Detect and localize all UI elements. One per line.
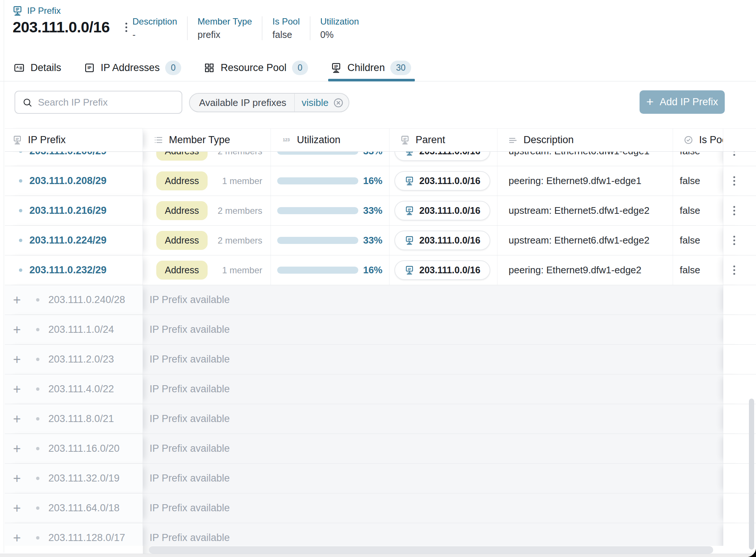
utilization-bar [277, 267, 358, 274]
parent-prefix-label: 203.111.0.0/16 [419, 205, 480, 216]
filter-chip-value: visible [295, 97, 333, 109]
parent-cell: IP203.111.0.0/16 [390, 196, 497, 225]
expand-plus-icon[interactable]: + [13, 383, 26, 396]
expand-plus-icon[interactable]: + [13, 531, 26, 545]
meta-utilization: Utilization 0% [310, 16, 369, 40]
title-kebab-menu-icon[interactable] [123, 20, 129, 34]
svg-text:123: 123 [283, 138, 290, 142]
tab-ip-addresses[interactable]: IP IP Addresses 0 [84, 54, 181, 81]
parent-prefix-pill[interactable]: IP203.111.0.0/16 [394, 231, 490, 250]
tab-badge: 0 [292, 61, 308, 75]
ip-prefix-cell: 203.111.0.216/29 [5, 196, 143, 225]
available-prefix-row: +203.111.16.0/20IP Prefix available [5, 434, 756, 464]
row-kebab-menu-icon[interactable] [730, 233, 738, 248]
ip-prefix-icon: IP [404, 265, 414, 275]
available-prefix-row: +203.111.1.0/24IP Prefix available [5, 315, 756, 345]
horizontal-scrollbar-thumb[interactable] [149, 546, 713, 554]
search-box[interactable] [15, 91, 182, 114]
is-pool-cell: false [673, 196, 723, 225]
tab-resource-pool[interactable]: Resource Pool 0 [204, 54, 308, 81]
svg-text:IP: IP [403, 137, 407, 141]
add-ip-prefix-button[interactable]: + Add IP Prefix [640, 90, 725, 114]
available-prefix-label: 203.111.64.0/18 [48, 502, 119, 514]
ip-prefix-cell: +203.111.1.0/24 [5, 315, 143, 344]
is-pool-cell: false [673, 226, 723, 255]
utilization-cell: 33% [271, 196, 390, 225]
expand-plus-icon[interactable]: + [13, 442, 26, 455]
ip-prefix-icon: IP [400, 135, 410, 145]
description-cell: upstream: Ethernet5.dfw1-edge2 [497, 196, 673, 225]
breadcrumb[interactable]: IP IP Prefix [12, 5, 61, 16]
column-header-ip-prefix[interactable]: IPIP Prefix [5, 129, 143, 151]
status-dot [36, 417, 39, 421]
meta-description: Description - [132, 16, 187, 40]
available-prefix-label: 203.111.1.0/24 [48, 324, 114, 335]
column-header-member-type[interactable]: Member Type [143, 129, 271, 151]
parent-cell: IP203.111.0.0/16 [390, 226, 497, 255]
filter-chip-available-prefixes[interactable]: Available IP prefixes visible [189, 93, 349, 112]
column-header-is-pool[interactable]: Is Pool [673, 129, 723, 151]
row-kebab-menu-icon[interactable] [730, 263, 738, 278]
utilization-percent: 16% [363, 264, 382, 276]
meta-is-pool: Is Pool false [262, 16, 310, 40]
object-meta: Description - Member Type prefix Is Pool… [132, 16, 369, 40]
row-kebab-menu-icon[interactable] [730, 173, 738, 189]
utilization-cell: 16% [271, 255, 390, 285]
row-actions-cell [723, 285, 745, 315]
svg-text:IP: IP [408, 267, 411, 271]
utilization-percent: 33% [363, 205, 382, 216]
ip-prefix-cell: +203.111.2.0/23 [5, 345, 143, 374]
row-actions-cell [723, 464, 745, 493]
expand-plus-icon[interactable]: + [13, 323, 26, 337]
status-dot [36, 298, 39, 302]
status-dot [36, 506, 39, 510]
utilization-bar [277, 207, 358, 214]
parent-prefix-pill[interactable]: IP203.111.0.0/16 [394, 260, 490, 280]
available-cell: IP Prefix available [143, 464, 723, 493]
details-icon: A [13, 62, 25, 74]
ip-prefix-link[interactable]: 203.111.0.208/29 [29, 175, 106, 187]
status-dot [36, 536, 39, 540]
remove-filter-icon[interactable] [333, 97, 344, 108]
available-cell: IP Prefix available [143, 374, 723, 404]
expand-plus-icon[interactable]: + [13, 502, 26, 515]
prefix-row: 203.111.0.232/29Address1 member16%IP203.… [5, 255, 756, 285]
ip-prefix-icon: IP [12, 5, 23, 16]
column-header-description[interactable]: Description [497, 129, 673, 151]
svg-text:IP: IP [87, 65, 91, 70]
tab-children[interactable]: IP Children 30 [330, 54, 411, 81]
svg-text:IP: IP [16, 7, 19, 12]
available-prefix-row: +203.111.0.240/28IP Prefix available [5, 285, 756, 315]
parent-prefix-pill[interactable]: IP203.111.0.0/16 [394, 201, 490, 220]
available-prefix-row: +203.111.4.0/22IP Prefix available [5, 374, 756, 404]
expand-plus-icon[interactable]: + [13, 472, 26, 485]
available-cell: IP Prefix available [143, 345, 723, 374]
expand-plus-icon[interactable]: + [13, 412, 26, 426]
expand-plus-icon[interactable]: + [13, 293, 26, 307]
member-type-badge: Address [156, 171, 208, 190]
utilization-percent: 16% [363, 175, 382, 187]
ip-prefix-cell: +203.111.0.240/28 [5, 285, 143, 315]
app-panel: IP IP Prefix 203.111.0.0/16 Description … [0, 0, 756, 557]
expand-plus-icon[interactable]: + [13, 353, 26, 366]
is-pool-cell: false [673, 166, 723, 196]
bottom-page-strip [0, 554, 756, 557]
column-header-utilization[interactable]: 123Utilization [271, 129, 390, 151]
member-type-badge: Address [156, 231, 208, 250]
row-kebab-menu-icon[interactable] [730, 203, 738, 218]
tab-bar: A Details IP IP Addresses 0 Resource Poo… [13, 54, 411, 81]
parent-prefix-pill[interactable]: IP203.111.0.0/16 [394, 171, 490, 191]
resource-pool-icon [204, 62, 215, 74]
tab-badge: 0 [165, 61, 181, 75]
tab-details[interactable]: A Details [13, 54, 61, 81]
ip-prefix-link[interactable]: 203.111.0.232/29 [29, 264, 106, 276]
column-header-label: Is Pool [699, 134, 723, 146]
numeric-icon: 123 [281, 135, 291, 145]
ip-prefix-link[interactable]: 203.111.0.216/29 [29, 205, 106, 216]
search-input[interactable] [38, 97, 174, 108]
vertical-scrollbar-thumb[interactable] [749, 399, 754, 550]
ip-prefix-link[interactable]: 203.111.0.224/29 [29, 235, 106, 246]
row-actions-cell [723, 166, 745, 196]
prefix-row: 203.111.0.216/29Address2 members33%IP203… [5, 196, 756, 226]
column-header-parent[interactable]: IPParent [390, 129, 497, 151]
